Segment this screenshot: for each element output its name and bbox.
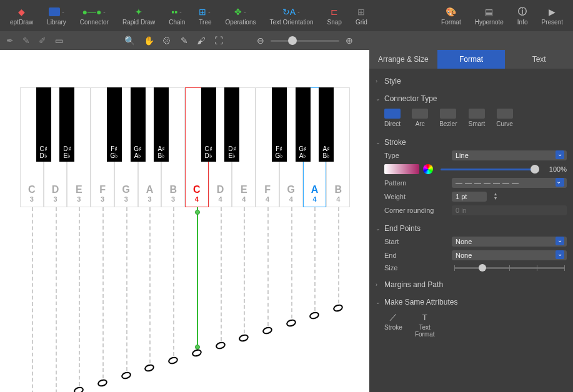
endpoint-end-label: End [384, 252, 447, 259]
black-key: A♯B♭ [154, 87, 169, 162]
black-key: G♯A♭ [296, 87, 311, 162]
stroke-opacity-slider[interactable] [441, 169, 536, 170]
connector-line [244, 207, 245, 333]
zoom-out-icon[interactable]: ⊖ [257, 36, 264, 46]
note-head [73, 386, 85, 392]
connector-type-arc[interactable]: Arc [412, 109, 428, 127]
hand-icon[interactable]: ✋ [144, 36, 154, 46]
stroke-color-swatch[interactable] [384, 164, 419, 174]
corner-rounding-label: Corner rounding [384, 207, 447, 214]
search-icon[interactable]: 🔍 [124, 36, 135, 46]
toolbar-present[interactable]: ▶Present [536, 4, 569, 28]
msa-text-format-button[interactable]: TText Format [415, 312, 435, 338]
toolbar-connector[interactable]: ●—●⌄Connector [74, 4, 115, 28]
toolbar-operations[interactable]: ✥⌄Operations [219, 4, 262, 28]
handle-top[interactable] [195, 210, 200, 215]
note-head [332, 303, 344, 313]
zoom-in-icon[interactable]: ⊕ [346, 36, 353, 46]
toolbar-tree[interactable]: ⊞⌄Tree [192, 4, 217, 28]
connector-line [338, 207, 339, 303]
piano-keyboard: C3D3E3F3G3A3B3C4D4E4F4G4A4B4 C♯D♭D♯E♭F♯G… [20, 87, 350, 207]
stroke-type-select[interactable]: Line [452, 150, 567, 160]
note-head [262, 326, 274, 335]
section-connector-type[interactable]: ⌄Connector Type [376, 92, 567, 105]
toolbar-hypernote[interactable]: ▤Hypernote [469, 4, 510, 28]
format-panel: Arrange & Size Format Text ›Style ⌄Conne… [369, 50, 573, 392]
note-head [120, 371, 132, 380]
connector-line [173, 207, 174, 356]
toolbar-conceptdraw[interactable]: ◆eptDraw [4, 4, 39, 28]
connector-line [102, 207, 104, 378]
color-wheel-icon[interactable] [423, 164, 433, 174]
rect-tool-icon[interactable]: ▭ [55, 36, 63, 46]
connector-type-bezier[interactable]: Bezier [439, 109, 457, 127]
connector-line [291, 207, 292, 318]
corner-rounding-input[interactable]: 0 in [452, 205, 567, 215]
section-stroke[interactable]: ⌄Stroke [376, 136, 567, 149]
zoom-slider[interactable] [271, 40, 339, 42]
note-head [309, 311, 321, 320]
connector-type-smart[interactable]: Smart [468, 109, 485, 127]
toolbar-chain[interactable]: ▪▪⌄Chain [162, 4, 191, 28]
toolbar-snap[interactable]: ⊏Snap [321, 4, 348, 28]
pen-tool-icon[interactable]: ✒ [6, 36, 14, 46]
stroke-icon: ／ [387, 312, 399, 322]
selected-connector[interactable] [197, 207, 198, 348]
endpoint-size-label: Size [384, 264, 447, 272]
pen-tool3-icon[interactable]: ✐ [39, 36, 46, 46]
tab-format[interactable]: Format [437, 50, 506, 69]
section-make-same-attributes[interactable]: ⌄Make Same Attributes [376, 296, 567, 308]
connector-line [32, 207, 33, 392]
toolbar-text-orientation[interactable]: ↻A⌄Text Orientation [263, 4, 319, 28]
black-key: C♯D♭ [201, 87, 216, 162]
connector-line [221, 207, 222, 341]
section-margins-path[interactable]: ›Margins and Path [376, 278, 567, 291]
section-style[interactable]: ›Style [376, 75, 567, 87]
tab-text[interactable]: Text [505, 50, 573, 69]
tab-arrange-size[interactable]: Arrange & Size [369, 50, 437, 69]
stroke-weight-input[interactable]: 1 pt▴▾ [452, 192, 487, 202]
black-key: C♯D♭ [36, 87, 51, 162]
msa-stroke-button[interactable]: ／Stroke [384, 312, 402, 338]
endpoint-end-select[interactable]: None [452, 250, 567, 260]
stroke-opacity-value: 100% [543, 165, 567, 173]
pen-tool2-icon[interactable]: ✎ [22, 36, 30, 46]
stroke-pattern-select[interactable]: ——————— [452, 178, 567, 188]
connector-type-direct[interactable]: Direct [384, 109, 401, 127]
section-end-points[interactable]: ⌄End Points [376, 222, 567, 235]
eyedropper-icon[interactable]: ✎ [181, 36, 188, 46]
connector-line [79, 207, 80, 386]
connector-line [267, 207, 269, 326]
connector-type-curve[interactable]: Curve [496, 109, 513, 127]
note-head [144, 363, 156, 373]
toolbar-grid[interactable]: ⊞Grid [349, 4, 374, 28]
black-key: F♯G♭ [107, 87, 122, 162]
connector-line [314, 207, 316, 311]
black-key: D♯E♭ [224, 87, 239, 162]
stamp-icon[interactable]: ⛒ [163, 36, 172, 46]
black-key: D♯E♭ [59, 87, 74, 162]
note-drop-lines [20, 207, 350, 392]
toolbar-rapid-draw[interactable]: ✦Rapid Draw [116, 4, 161, 28]
black-key: A♯B♭ [319, 87, 334, 162]
text-format-icon: T [419, 312, 431, 322]
note-head [238, 333, 250, 343]
toolbar-info[interactable]: ⓘInfo [511, 4, 534, 28]
note-head [285, 318, 297, 328]
brush-icon[interactable]: 🖌 [197, 36, 206, 46]
crop-icon[interactable]: ⛶ [214, 36, 223, 46]
endpoint-start-label: Start [384, 238, 447, 245]
canvas-area[interactable]: C3D3E3F3G3A3B3C4D4E4F4G4A4B4 C♯D♭D♯E♭F♯G… [0, 50, 369, 392]
endpoint-size-slider[interactable] [454, 267, 564, 269]
tool-subbar: ✒ ✎ ✐ ▭ 🔍 ✋ ⛒ ✎ 🖌 ⛶ ⊖ ⊕ [0, 31, 573, 50]
toolbar-format[interactable]: 🎨Format [435, 4, 467, 28]
main-toolbar: ◆eptDraw ⌄Library ●—●⌄Connector ✦Rapid D… [0, 0, 573, 31]
panel-tabs: Arrange & Size Format Text [369, 50, 573, 69]
zoom-control: ⊖ ⊕ [257, 36, 353, 46]
toolbar-library[interactable]: ⌄Library [41, 4, 72, 28]
black-key: F♯G♭ [272, 87, 287, 162]
note-head [167, 356, 179, 365]
stroke-weight-label: Weight [384, 193, 447, 200]
stroke-pattern-label: Pattern [384, 179, 447, 187]
endpoint-start-select[interactable]: None [452, 237, 567, 247]
